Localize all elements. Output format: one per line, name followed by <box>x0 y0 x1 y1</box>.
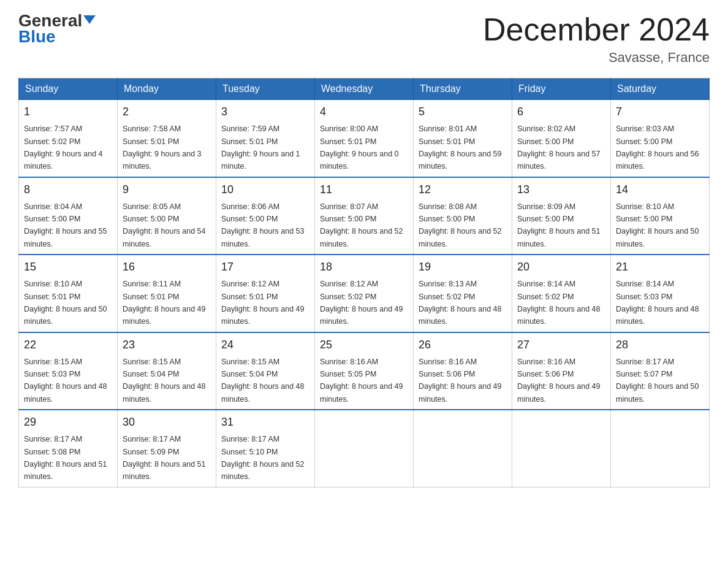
day-info: Sunrise: 8:15 AMSunset: 5:04 PMDaylight:… <box>221 358 305 404</box>
calendar-cell <box>414 410 512 487</box>
day-info: Sunrise: 8:12 AMSunset: 5:01 PMDaylight:… <box>221 280 305 326</box>
day-number: 19 <box>419 259 507 275</box>
logo-triangle-icon <box>83 15 96 24</box>
calendar-week-row: 29 Sunrise: 8:17 AMSunset: 5:08 PMDaylig… <box>19 410 710 487</box>
day-number: 17 <box>221 259 309 275</box>
day-number: 24 <box>221 337 309 353</box>
day-info: Sunrise: 8:04 AMSunset: 5:00 PMDaylight:… <box>24 202 107 248</box>
day-number: 2 <box>123 104 211 120</box>
day-info: Sunrise: 8:17 AMSunset: 5:07 PMDaylight:… <box>616 358 699 404</box>
day-info: Sunrise: 8:17 AMSunset: 5:10 PMDaylight:… <box>221 435 305 481</box>
calendar-cell: 11 Sunrise: 8:07 AMSunset: 5:00 PMDaylig… <box>315 177 414 255</box>
day-info: Sunrise: 8:09 AMSunset: 5:00 PMDaylight:… <box>517 202 601 248</box>
header-sunday: Sunday <box>19 79 118 100</box>
day-number: 1 <box>24 104 112 120</box>
calendar-cell: 27 Sunrise: 8:16 AMSunset: 5:06 PMDaylig… <box>512 332 611 410</box>
day-info: Sunrise: 8:17 AMSunset: 5:09 PMDaylight:… <box>123 435 206 481</box>
day-number: 7 <box>616 104 704 120</box>
month-title: December 2024 <box>483 12 710 47</box>
calendar-cell: 31 Sunrise: 8:17 AMSunset: 5:10 PMDaylig… <box>216 410 315 487</box>
day-number: 6 <box>517 104 605 120</box>
calendar-cell: 25 Sunrise: 8:16 AMSunset: 5:05 PMDaylig… <box>315 332 414 410</box>
day-number: 23 <box>123 337 211 353</box>
day-info: Sunrise: 8:12 AMSunset: 5:02 PMDaylight:… <box>320 280 403 326</box>
calendar-cell: 10 Sunrise: 8:06 AMSunset: 5:00 PMDaylig… <box>216 177 315 255</box>
day-info: Sunrise: 8:05 AMSunset: 5:00 PMDaylight:… <box>123 202 206 248</box>
day-info: Sunrise: 8:15 AMSunset: 5:03 PMDaylight:… <box>24 358 107 404</box>
header-wednesday: Wednesday <box>315 79 414 100</box>
day-number: 22 <box>24 337 112 353</box>
calendar-cell: 2 Sunrise: 7:58 AMSunset: 5:01 PMDayligh… <box>118 100 216 177</box>
header-tuesday: Tuesday <box>216 79 315 100</box>
day-number: 28 <box>616 337 704 353</box>
calendar-cell <box>611 410 710 487</box>
calendar-cell: 7 Sunrise: 8:03 AMSunset: 5:00 PMDayligh… <box>611 100 710 177</box>
day-number: 18 <box>320 259 408 275</box>
calendar-cell: 5 Sunrise: 8:01 AMSunset: 5:01 PMDayligh… <box>414 100 512 177</box>
day-info: Sunrise: 7:59 AMSunset: 5:01 PMDaylight:… <box>221 124 300 170</box>
calendar-cell: 17 Sunrise: 8:12 AMSunset: 5:01 PMDaylig… <box>216 255 315 332</box>
day-info: Sunrise: 8:17 AMSunset: 5:08 PMDaylight:… <box>24 435 107 481</box>
day-info: Sunrise: 7:57 AMSunset: 5:02 PMDaylight:… <box>24 124 103 170</box>
day-info: Sunrise: 8:16 AMSunset: 5:05 PMDaylight:… <box>320 358 403 404</box>
day-number: 30 <box>123 414 211 431</box>
day-info: Sunrise: 8:11 AMSunset: 5:01 PMDaylight:… <box>123 280 206 326</box>
calendar-cell: 13 Sunrise: 8:09 AMSunset: 5:00 PMDaylig… <box>512 177 611 255</box>
day-number: 16 <box>123 259 211 275</box>
header-friday: Friday <box>512 79 611 100</box>
day-info: Sunrise: 8:02 AMSunset: 5:00 PMDaylight:… <box>517 124 601 170</box>
day-number: 14 <box>616 182 704 198</box>
calendar-cell: 15 Sunrise: 8:10 AMSunset: 5:01 PMDaylig… <box>19 255 118 332</box>
day-info: Sunrise: 8:16 AMSunset: 5:06 PMDaylight:… <box>517 358 601 404</box>
day-info: Sunrise: 8:15 AMSunset: 5:04 PMDaylight:… <box>123 358 206 404</box>
day-number: 26 <box>419 337 507 353</box>
day-number: 31 <box>221 414 309 431</box>
day-number: 12 <box>419 182 507 198</box>
calendar-week-row: 1 Sunrise: 7:57 AMSunset: 5:02 PMDayligh… <box>19 100 710 177</box>
day-number: 21 <box>616 259 704 275</box>
day-number: 15 <box>24 259 112 275</box>
day-info: Sunrise: 8:00 AMSunset: 5:01 PMDaylight:… <box>320 124 399 170</box>
calendar-cell <box>315 410 414 487</box>
calendar-cell: 8 Sunrise: 8:04 AMSunset: 5:00 PMDayligh… <box>19 177 118 255</box>
logo: General Blue <box>18 12 96 47</box>
calendar-cell: 4 Sunrise: 8:00 AMSunset: 5:01 PMDayligh… <box>315 100 414 177</box>
day-info: Sunrise: 8:13 AMSunset: 5:02 PMDaylight:… <box>419 280 502 326</box>
calendar-cell: 29 Sunrise: 8:17 AMSunset: 5:08 PMDaylig… <box>19 410 118 487</box>
calendar-cell: 22 Sunrise: 8:15 AMSunset: 5:03 PMDaylig… <box>19 332 118 410</box>
calendar-table: Sunday Monday Tuesday Wednesday Thursday… <box>18 78 710 488</box>
calendar-cell: 30 Sunrise: 8:17 AMSunset: 5:09 PMDaylig… <box>118 410 216 487</box>
header-thursday: Thursday <box>414 79 512 100</box>
logo-blue-text: Blue <box>18 27 56 47</box>
calendar-week-row: 8 Sunrise: 8:04 AMSunset: 5:00 PMDayligh… <box>19 177 710 255</box>
calendar-cell: 28 Sunrise: 8:17 AMSunset: 5:07 PMDaylig… <box>611 332 710 410</box>
calendar-header-row: Sunday Monday Tuesday Wednesday Thursday… <box>19 79 710 100</box>
day-number: 3 <box>221 104 309 120</box>
calendar-week-row: 22 Sunrise: 8:15 AMSunset: 5:03 PMDaylig… <box>19 332 710 410</box>
day-info: Sunrise: 8:07 AMSunset: 5:00 PMDaylight:… <box>320 202 403 248</box>
day-info: Sunrise: 8:06 AMSunset: 5:00 PMDaylight:… <box>221 202 305 248</box>
day-number: 10 <box>221 182 309 198</box>
calendar-cell: 6 Sunrise: 8:02 AMSunset: 5:00 PMDayligh… <box>512 100 611 177</box>
day-info: Sunrise: 8:16 AMSunset: 5:06 PMDaylight:… <box>419 358 502 404</box>
title-section: December 2024 Savasse, France <box>483 12 710 66</box>
day-info: Sunrise: 8:14 AMSunset: 5:02 PMDaylight:… <box>517 280 601 326</box>
calendar-cell: 19 Sunrise: 8:13 AMSunset: 5:02 PMDaylig… <box>414 255 512 332</box>
calendar-cell: 23 Sunrise: 8:15 AMSunset: 5:04 PMDaylig… <box>118 332 216 410</box>
day-number: 9 <box>123 182 211 198</box>
day-number: 13 <box>517 182 605 198</box>
day-number: 25 <box>320 337 408 353</box>
day-number: 20 <box>517 259 605 275</box>
calendar-week-row: 15 Sunrise: 8:10 AMSunset: 5:01 PMDaylig… <box>19 255 710 332</box>
day-number: 29 <box>24 414 112 431</box>
calendar-cell <box>512 410 611 487</box>
calendar-cell: 24 Sunrise: 8:15 AMSunset: 5:04 PMDaylig… <box>216 332 315 410</box>
header-saturday: Saturday <box>611 79 710 100</box>
day-number: 5 <box>419 104 507 120</box>
calendar-cell: 20 Sunrise: 8:14 AMSunset: 5:02 PMDaylig… <box>512 255 611 332</box>
calendar-cell: 14 Sunrise: 8:10 AMSunset: 5:00 PMDaylig… <box>611 177 710 255</box>
page-header: General Blue December 2024 Savasse, Fran… <box>18 12 710 66</box>
calendar-cell: 18 Sunrise: 8:12 AMSunset: 5:02 PMDaylig… <box>315 255 414 332</box>
day-info: Sunrise: 8:01 AMSunset: 5:01 PMDaylight:… <box>419 124 502 170</box>
day-info: Sunrise: 8:10 AMSunset: 5:01 PMDaylight:… <box>24 280 107 326</box>
